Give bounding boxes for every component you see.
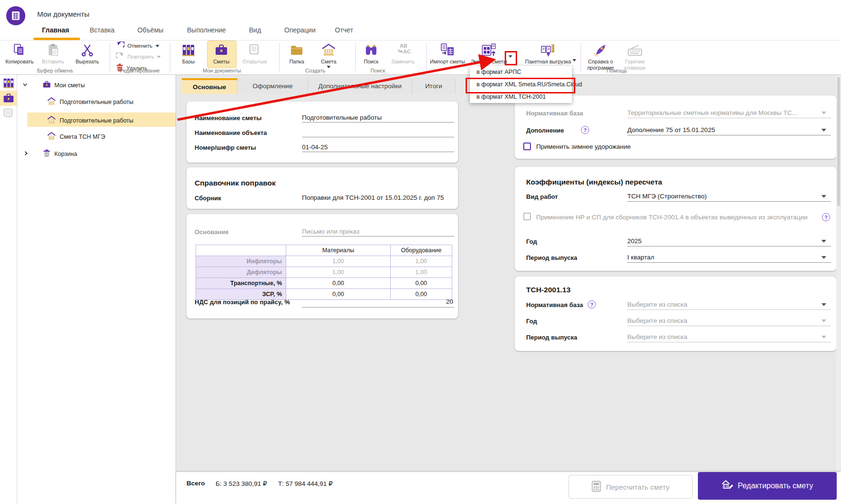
- tree-node-trash[interactable]: Корзина: [23, 149, 77, 159]
- estimate-house-icon: [47, 116, 56, 125]
- tree-node-estimate-3[interactable]: Смета ТСН МГЭ: [47, 132, 105, 141]
- tsn-base-caret[interactable]: [821, 303, 826, 306]
- worktype-select-value[interactable]: ТСН МГЭ (Строительство): [627, 193, 706, 200]
- collection-label: Сборник: [195, 195, 221, 202]
- header-divider: [0, 40, 841, 41]
- menu-item-arps[interactable]: в формат АРПС: [470, 66, 572, 78]
- strip-estimates-icon[interactable]: [2, 93, 15, 106]
- copy-button[interactable]: Копировать: [3, 41, 36, 65]
- strip-open-docs-icon[interactable]: [2, 108, 15, 121]
- tab-obyomy[interactable]: Объёмы: [137, 24, 164, 36]
- supplement-label: Дополнение: [526, 127, 564, 134]
- tab-vypolnenie[interactable]: Выполнение: [187, 24, 226, 36]
- tab-vid[interactable]: Вид: [249, 24, 261, 36]
- chevron-down-icon[interactable]: [22, 82, 28, 89]
- tsn-period-caret[interactable]: [821, 336, 826, 339]
- coeff-period-underline: [627, 262, 831, 263]
- supplement-select-value[interactable]: Дополнение 75 от 15.01.2025: [627, 126, 715, 134]
- coeff-year-underline: [627, 246, 831, 247]
- cut-button[interactable]: Вырезать: [71, 41, 104, 65]
- supplement-select-caret[interactable]: [821, 129, 826, 132]
- estimate-number-input[interactable]: 01-04-25: [302, 144, 328, 151]
- content-tab-extra-settings[interactable]: Дополнительные настройки: [308, 78, 412, 94]
- edit-estimate-button[interactable]: Редактировать смету: [698, 472, 837, 500]
- import-button[interactable]: Импорт сметы: [429, 41, 466, 65]
- briefcase-icon: [214, 41, 228, 57]
- tree-node-estimate-1[interactable]: Подготовительные работы: [47, 97, 134, 106]
- coeff-period-label: Период выпуска: [526, 254, 577, 261]
- strip-bases-icon[interactable]: [2, 78, 15, 91]
- batch-export-dropdown-caret[interactable]: [572, 59, 576, 62]
- tree-node-my-estimates[interactable]: Мои сметы: [22, 81, 85, 89]
- app-window: Мои документы Главная Вставка Объёмы Вып…: [0, 0, 841, 504]
- tab-otchet[interactable]: Отчет: [335, 24, 353, 36]
- binoculars-icon: [364, 41, 378, 57]
- undo-button[interactable]: Отменить: [116, 41, 159, 50]
- coeff-period-caret[interactable]: [821, 256, 826, 259]
- worktype-underline: [627, 201, 831, 202]
- vat-underline: [302, 307, 454, 308]
- right-scrollbar-thumb[interactable]: [837, 77, 840, 206]
- ribbon-separator: [581, 43, 581, 72]
- tree-node-estimate-2-selected[interactable]: Подготовительные работы: [47, 116, 134, 125]
- estimate-name-input[interactable]: Подготовительные работы: [302, 114, 382, 121]
- total-amount: Т: 57 984 444,91 ₽: [278, 480, 332, 487]
- app-logo: [6, 6, 25, 25]
- svg-text:AC: AC: [403, 49, 411, 54]
- content-tab-main[interactable]: Основные: [182, 78, 238, 94]
- recalculate-button: Пересчитать смету: [569, 475, 693, 499]
- ribbon-separator: [279, 43, 280, 72]
- corrections-title: Справочник поправок: [195, 179, 276, 187]
- winter-checkbox[interactable]: [523, 143, 531, 150]
- normbase-select-caret: [821, 112, 826, 114]
- rocket-icon: [593, 41, 608, 57]
- search-button[interactable]: Поиск: [358, 41, 384, 65]
- supplement-underline: [627, 135, 831, 135]
- coeff-year-caret[interactable]: [821, 240, 826, 243]
- estimate-house-icon: [321, 41, 336, 57]
- object-name-label: Наименование объекта: [195, 129, 267, 136]
- supplement-help-icon[interactable]: ?: [581, 126, 589, 134]
- tsn-year-caret[interactable]: [821, 319, 826, 322]
- tsn-base-value[interactable]: Выберите из списка: [627, 301, 687, 308]
- tsn-period-value[interactable]: Выберите из списка: [627, 333, 687, 340]
- tsn-title: ТСН-2001.13: [526, 286, 571, 294]
- bases-button[interactable]: Базы: [173, 41, 204, 65]
- chevron-right-icon[interactable]: [23, 151, 29, 157]
- normbase-label: Нормативная база: [526, 110, 583, 117]
- opened-docs-icon: [248, 41, 262, 57]
- estimate-number-underline: [302, 152, 454, 152]
- undo-dropdown-caret[interactable]: [156, 45, 159, 47]
- annotation-box-export-caret: [505, 51, 517, 65]
- worktype-select-caret[interactable]: [821, 195, 826, 198]
- winter-checkbox-label[interactable]: Применить зимнее удорожание: [536, 143, 631, 150]
- vat-input[interactable]: 20: [302, 298, 453, 305]
- bases-books-icon: [181, 41, 196, 57]
- smety-button[interactable]: Сметы: [207, 41, 236, 65]
- tab-glavnaya[interactable]: Главная: [42, 24, 69, 36]
- tsn-year-value[interactable]: Выберите из списка: [627, 317, 687, 324]
- tab-vstavka[interactable]: Вставка: [90, 24, 114, 36]
- smeta-create-button[interactable]: Смета: [314, 41, 343, 68]
- tsn-period-underline: [627, 342, 831, 342]
- content-tab-totals[interactable]: Итоги: [412, 78, 456, 94]
- tab-operatsii[interactable]: Операции: [284, 24, 316, 36]
- estimate-name-label: Наименование сметы: [195, 114, 261, 122]
- tsn-base-help-icon[interactable]: ?: [588, 300, 596, 309]
- nr-sp-help-icon[interactable]: ?: [822, 213, 830, 221]
- content-tab-decor[interactable]: Оформление: [238, 78, 308, 94]
- help-about-button[interactable]: Справка о программе: [583, 41, 618, 71]
- estimate-house-icon: [47, 132, 56, 141]
- tsn-base-label: Нормативная база: [526, 301, 583, 309]
- normbase-underline: [627, 118, 831, 118]
- export-button[interactable]: Экспорт сметы: [469, 41, 509, 65]
- folder-create-button[interactable]: Папка: [282, 41, 311, 65]
- collection-value[interactable]: Поправки для ТСН-2001 от 15.01.2025 г. д…: [302, 194, 444, 201]
- coeff-year-value[interactable]: 2025: [627, 237, 642, 245]
- base-amount: Б: 3 523 380,91 ₽: [216, 480, 267, 487]
- hotkeys-button: Горячие клавиши: [618, 41, 652, 71]
- basis-input-placeholder[interactable]: Письмо или приказ: [302, 228, 359, 235]
- coeff-period-value[interactable]: I квартал: [627, 254, 654, 261]
- corrections-card: [187, 167, 458, 209]
- coeff-year-label: Год: [526, 238, 537, 245]
